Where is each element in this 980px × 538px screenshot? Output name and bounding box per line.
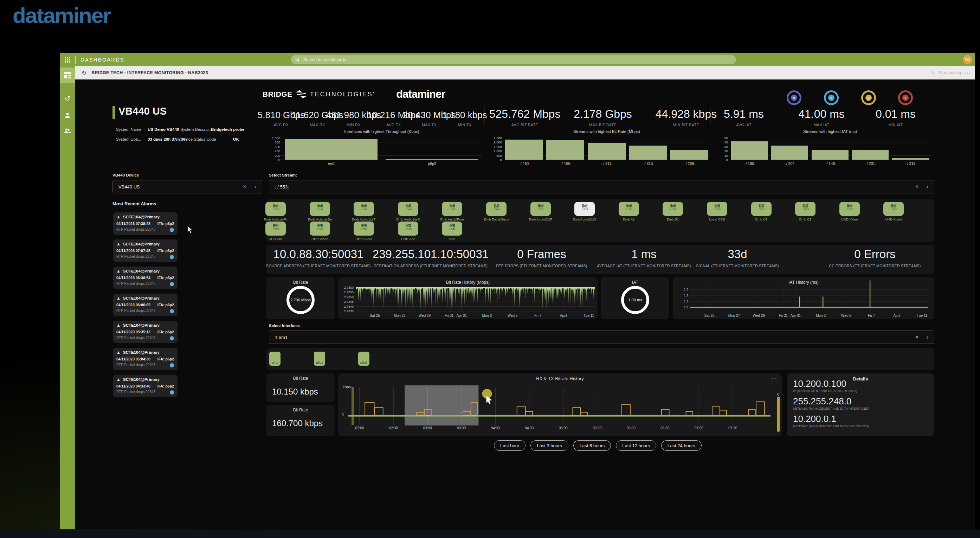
chart-options-button[interactable]: ⋯ bbox=[771, 375, 777, 382]
x-tick: 06:30 bbox=[660, 426, 669, 430]
x-tick: Mon 27 bbox=[394, 314, 405, 318]
dataminer-logo: dataminer bbox=[13, 3, 110, 28]
stream-button-570[interactable]: ((o)): / 570: bbox=[398, 221, 418, 236]
stat-label: RTP DROPS (ETHERNET MONITORED STREAMS) bbox=[496, 264, 587, 268]
x-tick: Fri 31 bbox=[779, 314, 788, 318]
device-select-label: VB440 Device bbox=[113, 173, 139, 177]
alarm-card[interactable]: ▲SCTE104@Primary04/11/2023 07:38:28IFA: … bbox=[113, 212, 178, 235]
apps-grid-button[interactable] bbox=[60, 53, 75, 66]
stream-button-543[interactable]: ((o)): / 543: bbox=[354, 202, 374, 216]
alarm-counter-3[interactable]: 0 bbox=[898, 91, 913, 105]
alarm-counter-value: 0 bbox=[904, 96, 906, 100]
bar-219 bbox=[892, 158, 929, 160]
time-range-last-12-hours[interactable]: Last 12 hours bbox=[616, 440, 656, 451]
stream-button-565[interactable]: ((o)): / 565: bbox=[839, 202, 860, 216]
stream-signal-icon: ((o)) bbox=[354, 204, 374, 207]
alarm-card[interactable]: ▲SCTE104@Primary04/11/2023 04:33:40IFA: … bbox=[113, 375, 178, 397]
alarm-title: SCTE104@Primary bbox=[123, 242, 159, 246]
stream-button-557[interactable]: ((o)): / 557: bbox=[663, 202, 683, 216]
interface-button-p6p1[interactable]: p6p1 bbox=[314, 352, 325, 366]
detail-value-gateway: 10.200.0.1 bbox=[793, 414, 836, 424]
stream-button-581[interactable]: ((o)): / 581: bbox=[442, 221, 462, 236]
clear-icon[interactable]: × bbox=[915, 334, 918, 341]
stream-button-563[interactable]: ((o)): / 563: bbox=[795, 202, 816, 216]
stat-value: 0 Errors bbox=[854, 248, 895, 261]
chevron-left-icon[interactable]: ‹ bbox=[926, 334, 928, 341]
stream-button-567[interactable]: ((o)): / 567: bbox=[266, 221, 286, 236]
kpi-value: 2.178 Gbps bbox=[574, 108, 632, 120]
technologies-logo: TECHNOLOGIES' bbox=[310, 91, 375, 98]
sidebar-item-history[interactable]: ↺ bbox=[60, 91, 75, 106]
interface-button-em1[interactable]: em1 bbox=[269, 352, 280, 366]
time-range-last-6-hours[interactable]: Last 6 hours bbox=[573, 440, 611, 451]
users-icon bbox=[64, 127, 71, 134]
stream-id: : / 567: bbox=[266, 228, 286, 231]
stream-button-541[interactable]: ((o)): / 541: bbox=[310, 202, 330, 216]
stream-id: : / 559: bbox=[707, 208, 727, 211]
stream-label: Emb A2 bbox=[623, 217, 635, 221]
bridge-lightning-icon bbox=[295, 90, 307, 99]
stream-button-539[interactable]: ((o)): / 539: bbox=[266, 202, 286, 216]
chevron-left-icon[interactable]: ‹ bbox=[926, 183, 928, 190]
user-avatar[interactable]: TG bbox=[963, 55, 972, 64]
detail-label: NETMASK (MANAGEMENT AND DATA INTERFACES) bbox=[793, 407, 869, 411]
bar-180 bbox=[731, 142, 768, 160]
alarm-counter-2[interactable]: 0 bbox=[861, 91, 876, 105]
sidebar-item-users[interactable] bbox=[60, 123, 75, 138]
stream-button-561[interactable]: ((o)): / 561: bbox=[751, 202, 772, 216]
x-tick: April bbox=[560, 314, 567, 318]
alarm-counter-1[interactable]: 0 bbox=[824, 91, 839, 105]
x-tick: 07:30 bbox=[728, 426, 737, 430]
stream-button-568[interactable]: ((o)): / 568: bbox=[310, 221, 330, 236]
alarm-card[interactable]: ▲SCTE104@Primary04/11/2023 07:07:45IFA: … bbox=[113, 239, 178, 262]
alarm-message: RTP Packet drops:22345 bbox=[116, 282, 155, 285]
alarm-card[interactable]: ▲SCTE104@Primary04/11/2023 06:30:54IFA: … bbox=[113, 267, 178, 289]
alarm-message: RTP Packet drops:22345 bbox=[116, 309, 155, 313]
stream-button-545[interactable]: ((o)): / 545: bbox=[398, 202, 418, 216]
alarm-card[interactable]: ▲SCTE104@Primary04/11/2023 05:35:13IFA: … bbox=[113, 321, 178, 343]
stream-button-547[interactable]: ((o)): / 547: bbox=[442, 202, 462, 216]
alarm-card[interactable]: ▲SCTE104@Primary04/11/2023 06:06:05IFA: … bbox=[113, 294, 178, 316]
stream-button-555[interactable]: ((o)): / 555: bbox=[619, 202, 639, 216]
stream-signal-icon: ((o)) bbox=[354, 223, 374, 227]
x-tick: 05:30 bbox=[593, 426, 601, 430]
x-tick: Fri 7 bbox=[868, 314, 875, 318]
time-range-last-3-hours[interactable]: Last 3 hours bbox=[530, 440, 568, 451]
clear-icon[interactable]: × bbox=[915, 183, 918, 190]
start-editing-button[interactable]: Start editing bbox=[939, 70, 961, 75]
interface-label: em1 bbox=[272, 361, 278, 364]
stream-button-566[interactable]: ((o)): / 566: bbox=[883, 202, 904, 216]
stream-signal-icon: ((o)) bbox=[310, 204, 330, 207]
search-input[interactable] bbox=[303, 57, 732, 63]
sidebar-item-user[interactable] bbox=[60, 108, 75, 123]
alarm-counter-0[interactable]: 0 bbox=[787, 91, 802, 105]
x-tick: 06:00 bbox=[627, 426, 636, 430]
time-range-last-hour[interactable]: Last hour bbox=[494, 440, 525, 451]
warning-triangle-icon: ▲ bbox=[116, 296, 121, 301]
y-tick: 1,000 bbox=[484, 149, 502, 153]
more-options-button[interactable]: ⋯ bbox=[964, 70, 970, 76]
interface-select[interactable]: 1:em1 × ‹ bbox=[269, 331, 934, 344]
stream-label: Local CBS bbox=[710, 217, 725, 221]
sidebar-item-dashboards[interactable] bbox=[60, 67, 75, 83]
dashboard-search[interactable] bbox=[291, 55, 736, 64]
stream-button-559[interactable]: ((o)): / 559: bbox=[707, 202, 727, 216]
chart-scrollbar[interactable] bbox=[777, 396, 780, 432]
stream-select[interactable]: : / 553: × ‹ bbox=[269, 180, 934, 193]
stream-button-569[interactable]: ((o)): / 569: bbox=[354, 221, 374, 236]
chevron-left-icon[interactable]: ‹ bbox=[254, 183, 256, 190]
clear-icon[interactable]: × bbox=[243, 183, 247, 190]
interface-button-p6p2[interactable]: p6p2 bbox=[358, 352, 369, 366]
alarm-interface: IFA: p6p2 bbox=[158, 384, 174, 388]
time-range-last-24-hours[interactable]: Last 24 hours bbox=[661, 440, 702, 451]
stat-label: SIGNAL (ETHERNET MONITORED STREAMS) bbox=[696, 264, 779, 268]
stream-button-553[interactable]: ((o)): / 553: bbox=[574, 202, 595, 216]
y-tick: 2.7335 bbox=[338, 309, 354, 313]
alarm-title: SCTE104@Primary bbox=[123, 377, 159, 382]
stream-button-549[interactable]: ((o)): / 549: bbox=[486, 202, 506, 216]
stream-button-551[interactable]: ((o)): / 551: bbox=[530, 202, 551, 216]
time-selection-region[interactable] bbox=[404, 385, 479, 425]
device-select[interactable]: VB440 US × ‹ bbox=[113, 180, 262, 193]
alarm-card[interactable]: ▲SCTE104@Primary04/11/2023 05:04:30IFA: … bbox=[113, 348, 178, 370]
refresh-icon[interactable]: ↻ bbox=[81, 69, 86, 76]
